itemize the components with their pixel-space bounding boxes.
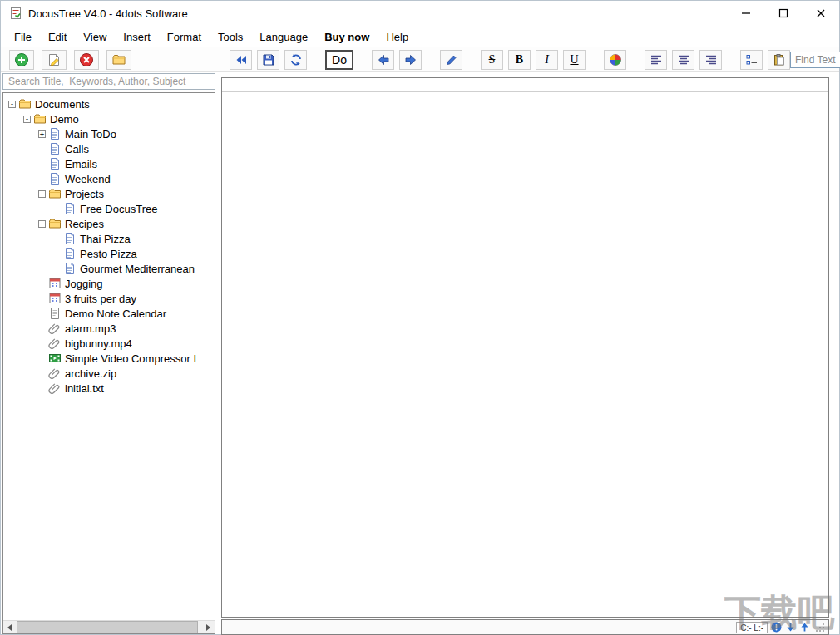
maximize-button[interactable] — [764, 1, 802, 26]
copy-item-button[interactable] — [106, 50, 131, 70]
tree-item-label: Demo — [50, 113, 79, 126]
tree-item-weekend[interactable]: Weekend — [3, 171, 215, 186]
underline-button[interactable]: U — [563, 50, 586, 70]
tree-item-label: alarm.mp3 — [65, 322, 116, 335]
tree-item-3-fruits-per-day[interactable]: 3 fruits per day — [3, 291, 215, 306]
tree-item-label: Recipes — [65, 218, 104, 230]
refresh-button[interactable] — [284, 50, 307, 70]
align-center-button[interactable] — [672, 50, 694, 70]
task-icon — [48, 277, 62, 290]
tree-item-label: Free DocusTree — [80, 203, 157, 215]
horizontal-scrollbar[interactable] — [3, 620, 215, 633]
menu-bar: FileEditViewInsertFormatToolsLanguageBuy… — [1, 26, 839, 47]
resize-grip-icon[interactable] — [815, 623, 825, 633]
attachment-icon — [48, 337, 62, 350]
scroll-up-icon[interactable] — [799, 622, 810, 633]
collapse-all-button[interactable] — [230, 50, 252, 70]
tree-item-label: Weekend — [65, 173, 111, 185]
menu-item-edit[interactable]: Edit — [40, 28, 75, 46]
scroll-left-arrow-icon[interactable] — [3, 621, 17, 634]
document-icon — [48, 142, 62, 155]
toolbar-separator — [590, 59, 599, 60]
folder-icon — [48, 217, 62, 230]
save-button[interactable] — [257, 50, 279, 70]
strikethrough-button[interactable]: S — [481, 50, 503, 70]
expander-minus-icon[interactable]: - — [38, 220, 46, 228]
folder-icon — [18, 97, 32, 111]
bold-button[interactable]: B — [508, 50, 531, 70]
scrollbar-thumb[interactable] — [17, 621, 198, 633]
app-window: DocusTree V4.0 - 4dots Software FileEdit… — [0, 0, 840, 635]
strikethrough-button-glyph: S — [489, 54, 496, 66]
menu-item-language[interactable]: Language — [251, 28, 316, 46]
tree-item-initial-txt[interactable]: initial.txt — [3, 381, 215, 396]
scroll-down-icon[interactable] — [785, 622, 796, 633]
forward-button[interactable] — [399, 50, 422, 70]
task-icon — [48, 292, 62, 305]
italic-button[interactable]: I — [536, 50, 558, 70]
tree-item-jogging[interactable]: Jogging — [3, 276, 215, 291]
tree-item-main-todo[interactable]: +Main ToDo — [3, 126, 215, 141]
toolbar-main-group: DoSBIU — [230, 50, 790, 70]
expander-minus-icon[interactable]: - — [23, 116, 31, 123]
tree-item-projects[interactable]: -Projects — [3, 186, 215, 201]
window-title: DocusTree V4.0 - 4dots Software — [28, 7, 188, 20]
tree-item-label: initial.txt — [65, 382, 104, 395]
document-editor[interactable] — [221, 77, 829, 618]
menu-item-file[interactable]: File — [6, 28, 40, 46]
folder-icon — [33, 112, 47, 126]
tree-item-label: Gourmet Mediterranean — [80, 263, 195, 275]
window-controls — [727, 1, 839, 26]
menu-item-insert[interactable]: Insert — [115, 28, 159, 46]
tree-item-emails[interactable]: Emails — [3, 156, 215, 171]
edit-pen-button[interactable] — [440, 50, 462, 70]
font-color-button[interactable] — [604, 50, 626, 70]
menu-item-format[interactable]: Format — [159, 28, 210, 46]
tree-item-label: bigbunny.mp4 — [65, 337, 132, 350]
document-icon — [63, 202, 77, 215]
toolbar-separator — [727, 59, 735, 60]
align-right-button[interactable] — [699, 50, 722, 70]
menu-item-buy-now[interactable]: Buy now — [316, 28, 378, 46]
expander-plus-icon[interactable]: + — [38, 130, 46, 138]
tree-item-simple-video-compressor-i[interactable]: Simple Video Compressor I — [3, 351, 215, 366]
close-button[interactable] — [802, 1, 839, 26]
delete-item-button[interactable] — [74, 50, 99, 70]
info-circle-icon[interactable] — [771, 622, 782, 633]
expander-minus-icon[interactable]: - — [8, 101, 16, 108]
tree-item-calls[interactable]: Calls — [3, 141, 215, 156]
tree-item-alarm-mp3[interactable]: alarm.mp3 — [3, 321, 215, 336]
checklist-button[interactable] — [740, 50, 763, 70]
tree-item-recipes[interactable]: -Recipes — [3, 216, 215, 231]
document-icon — [63, 262, 77, 275]
menu-item-help[interactable]: Help — [378, 28, 417, 46]
tree-item-archive-zip[interactable]: archive.zip — [3, 366, 215, 381]
toolbar-left-group — [9, 50, 131, 70]
sidebar-search-input[interactable] — [2, 73, 215, 90]
tree-item-free-docustree[interactable]: Free DocusTree — [3, 201, 215, 216]
tree-item-label: archive.zip — [65, 367, 116, 380]
align-left-button[interactable] — [645, 50, 667, 70]
find-text-input[interactable] — [790, 52, 840, 68]
editor-body[interactable] — [222, 92, 828, 631]
do-button[interactable]: Do — [325, 50, 353, 70]
minimize-button[interactable] — [727, 1, 764, 26]
tree-panel: -Documents-Demo+Main ToDoCallsEmailsWeek… — [2, 92, 215, 634]
tree-item-demo-note-calendar[interactable]: Demo Note Calendar — [3, 306, 215, 321]
menu-item-view[interactable]: View — [75, 28, 115, 46]
edit-item-button[interactable] — [42, 50, 67, 70]
editor-title-row[interactable] — [222, 78, 828, 92]
paste-button[interactable] — [768, 50, 790, 70]
tree-item-documents[interactable]: -Documents — [3, 96, 215, 111]
add-item-button[interactable] — [9, 50, 34, 70]
menu-item-tools[interactable]: Tools — [210, 28, 251, 46]
tree-item-demo[interactable]: -Demo — [3, 111, 215, 126]
tree-item-gourmet-mediterranean[interactable]: Gourmet Mediterranean — [3, 261, 215, 276]
tree-item-bigbunny-mp4[interactable]: bigbunny.mp4 — [3, 336, 215, 351]
tree-item-pesto-pizza[interactable]: Pesto Pizza — [3, 246, 215, 261]
back-button[interactable] — [372, 50, 394, 70]
cursor-position-indicator: C:- L:- — [736, 622, 768, 633]
scroll-right-arrow-icon[interactable] — [201, 621, 215, 634]
expander-minus-icon[interactable]: - — [38, 190, 46, 198]
tree-item-thai-pizza[interactable]: Thai Pizza — [3, 231, 215, 246]
